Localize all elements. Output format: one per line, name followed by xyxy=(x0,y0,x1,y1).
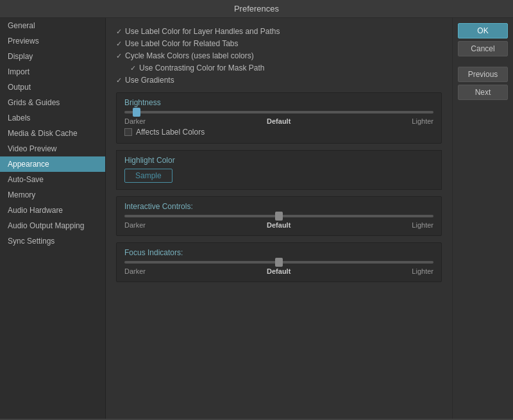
sidebar-item-appearance[interactable]: Appearance xyxy=(0,156,105,172)
sidebar-item-media--disk-cache[interactable]: Media & Disk Cache xyxy=(0,126,105,141)
checkbox-label-1: Use Label Color for Related Tabs xyxy=(125,39,239,48)
interactive-label: Interactive Controls: xyxy=(124,202,433,211)
checkbox-row-3[interactable]: ✓Use Contrasting Color for Mask Path xyxy=(130,63,442,72)
ok-button[interactable]: OK xyxy=(458,23,508,38)
affects-checkbox[interactable] xyxy=(124,128,132,136)
sidebar-item-labels[interactable]: Labels xyxy=(0,110,105,126)
focus-thumb[interactable] xyxy=(275,258,283,267)
sidebar-item-general[interactable]: General xyxy=(0,18,105,33)
interactive-scale-labels: Darker Default Lighter xyxy=(124,221,433,229)
cancel-button[interactable]: Cancel xyxy=(458,41,508,56)
brightness-label: Brightness xyxy=(124,98,433,107)
interactive-thumb[interactable] xyxy=(275,212,283,221)
focus-darker: Darker xyxy=(124,267,146,275)
checkbox-row-1[interactable]: ✓Use Label Color for Related Tabs xyxy=(116,39,442,48)
checkbox-row-4[interactable]: ✓Use Gradients xyxy=(116,76,442,85)
checkbox-row-0[interactable]: ✓Use Label Color for Layer Handles and P… xyxy=(116,27,442,36)
sample-button[interactable]: Sample xyxy=(124,169,172,183)
focus-label: Focus Indicators: xyxy=(124,248,433,257)
title-bar: Preferences xyxy=(0,0,513,18)
highlight-label: Highlight Color xyxy=(124,156,433,165)
brightness-thumb[interactable] xyxy=(133,108,140,117)
sidebar-item-sync-settings[interactable]: Sync Settings xyxy=(0,233,105,249)
checkmark-4: ✓ xyxy=(116,76,122,85)
sidebar: GeneralPreviewsDisplayImportOutputGrids … xyxy=(0,18,106,419)
checkbox-label-3: Use Contrasting Color for Mask Path xyxy=(139,63,264,72)
focus-lighter: Lighter xyxy=(412,267,433,275)
checkbox-row-2[interactable]: ✓Cycle Mask Colors (uses label colors) xyxy=(116,51,442,60)
affects-row: Affects Label Colors xyxy=(124,128,433,137)
checkmark-3: ✓ xyxy=(130,64,136,72)
sidebar-item-audio-output-mapping[interactable]: Audio Output Mapping xyxy=(0,218,105,233)
highlight-section: Highlight Color Sample xyxy=(116,150,442,190)
dialog-title: Preferences xyxy=(234,4,279,13)
main-content: ✓Use Label Color for Layer Handles and P… xyxy=(106,18,452,419)
brightness-section: Brightness Darker Default Lighter Affect… xyxy=(116,92,442,144)
focus-default: Default xyxy=(267,267,290,275)
checkmark-1: ✓ xyxy=(116,40,122,48)
sidebar-item-video-preview[interactable]: Video Preview xyxy=(0,141,105,156)
sidebar-item-audio-hardware[interactable]: Audio Hardware xyxy=(0,203,105,218)
checkmark-0: ✓ xyxy=(116,28,122,36)
brightness-lighter: Lighter xyxy=(412,117,433,125)
focus-track[interactable] xyxy=(124,261,433,264)
interactive-darker: Darker xyxy=(124,221,146,229)
sidebar-item-import[interactable]: Import xyxy=(0,64,105,80)
brightness-darker: Darker xyxy=(124,117,146,125)
sidebar-item-output[interactable]: Output xyxy=(0,80,105,95)
interactive-section: Interactive Controls: Darker Default Lig… xyxy=(116,196,442,236)
checkboxes-section: ✓Use Label Color for Layer Handles and P… xyxy=(116,27,442,85)
next-button[interactable]: Next xyxy=(458,85,508,100)
brightness-track[interactable] xyxy=(124,111,433,113)
focus-scale-labels: Darker Default Lighter xyxy=(124,267,433,275)
sidebar-item-display[interactable]: Display xyxy=(0,49,105,64)
checkbox-label-4: Use Gradients xyxy=(125,76,174,85)
previous-button[interactable]: Previous xyxy=(458,67,508,82)
affects-label: Affects Label Colors xyxy=(136,128,205,137)
brightness-default: Default xyxy=(267,117,290,125)
focus-section: Focus Indicators: Darker Default Lighter xyxy=(116,242,442,282)
interactive-default: Default xyxy=(267,221,290,229)
sidebar-item-auto-save[interactable]: Auto-Save xyxy=(0,172,105,187)
sidebar-item-memory[interactable]: Memory xyxy=(0,187,105,203)
interactive-lighter: Lighter xyxy=(412,221,433,229)
right-panel: OK Cancel Previous Next xyxy=(452,18,513,419)
sidebar-item-previews[interactable]: Previews xyxy=(0,33,105,49)
brightness-scale-labels: Darker Default Lighter xyxy=(124,117,433,125)
sidebar-item-grids--guides[interactable]: Grids & Guides xyxy=(0,95,105,110)
checkbox-label-2: Cycle Mask Colors (uses label colors) xyxy=(125,51,254,60)
interactive-track[interactable] xyxy=(124,215,433,217)
checkbox-label-0: Use Label Color for Layer Handles and Pa… xyxy=(125,27,280,36)
checkmark-2: ✓ xyxy=(116,52,122,60)
